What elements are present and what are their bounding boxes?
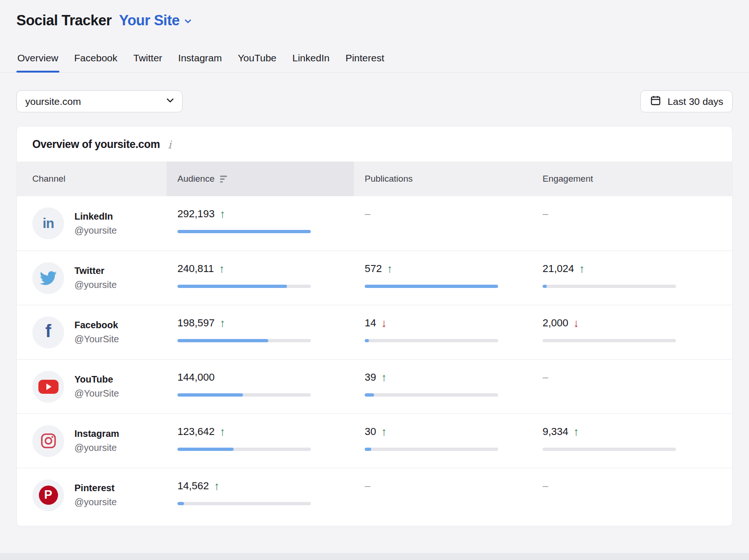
column-header-engagement[interactable]: Engagement — [532, 162, 732, 196]
channel-handle: @YourSite — [74, 388, 119, 399]
empty-value: – — [365, 208, 370, 220]
tab-pinterest[interactable]: Pinterest — [345, 52, 385, 72]
empty-value: – — [365, 480, 370, 492]
trend-down-icon: ↓ — [573, 317, 579, 329]
trend-up-icon: ↑ — [381, 372, 387, 383]
channel-cell: f Facebook @YourSite — [17, 305, 167, 359]
twitter-icon — [32, 262, 64, 294]
channel-handle: @yoursite — [74, 225, 117, 236]
engagement-cell: – — [532, 468, 732, 522]
page-header: Social Tracker Your Site — [0, 0, 749, 29]
info-icon[interactable]: i — [166, 139, 173, 151]
channel-cell: YouTube @YourSite — [17, 360, 167, 413]
column-header-channel[interactable]: Channel — [17, 162, 167, 196]
channel-handle: @yoursite — [74, 280, 117, 290]
metric-value: 9,334 — [543, 426, 568, 438]
card-title: Overview of yoursite.com — [32, 138, 160, 151]
table-row: Instagram @yoursite 123,642↑ 30↑ 9,334↑ — [17, 413, 732, 468]
table-row: P Pinterest @yoursite 14,562↑ – – — [17, 468, 732, 522]
metric-value: 240,811 — [177, 263, 214, 275]
metric-value: 39 — [365, 371, 376, 383]
table-row: Twitter @yoursite 240,811↑ 572↑ 21,024↑ — [17, 251, 732, 305]
column-header-publications[interactable]: Publications — [354, 162, 532, 196]
progress-bar — [177, 393, 311, 397]
channel-cell: in LinkedIn @yoursite — [17, 196, 167, 251]
pinterest-icon: P — [32, 479, 64, 511]
trend-up-icon: ↑ — [579, 263, 585, 274]
progress-bar — [543, 285, 676, 288]
channel-name: Twitter — [74, 265, 117, 276]
engagement-cell: 21,024↑ — [532, 251, 732, 305]
progress-bar — [177, 502, 311, 505]
overview-card: Overview of yoursite.com i Channel Audie… — [16, 126, 733, 526]
trend-up-icon: ↑ — [220, 208, 226, 220]
metric-value: 30 — [365, 426, 376, 438]
date-range-button[interactable]: Last 30 days — [640, 90, 733, 112]
metric-value: 572 — [365, 263, 382, 275]
table-header-row: Channel Audience Publications Engagement — [17, 162, 732, 196]
card-header: Overview of yoursite.com i — [17, 126, 732, 162]
publications-cell: – — [354, 196, 532, 251]
social-tracker-page: Social Tracker Your Site Overview Facebo… — [0, 0, 749, 560]
channel-name: YouTube — [74, 374, 119, 385]
channel-handle: @yoursite — [74, 442, 119, 453]
progress-bar — [177, 339, 311, 342]
progress-bar — [365, 448, 498, 451]
channel-cell: Instagram @yoursite — [17, 414, 167, 468]
progress-bar — [365, 393, 498, 397]
trend-up-icon: ↑ — [381, 426, 387, 437]
engagement-cell: 2,000↓ — [532, 305, 732, 359]
publications-cell: 572↑ — [354, 251, 532, 305]
empty-value: – — [543, 480, 548, 492]
trend-up-icon: ↑ — [219, 263, 225, 274]
chevron-down-icon — [184, 12, 192, 29]
tab-twitter[interactable]: Twitter — [132, 52, 163, 72]
audience-cell: 198,597↑ — [167, 305, 354, 359]
trend-down-icon: ↓ — [381, 317, 387, 329]
audience-cell: 240,811↑ — [167, 251, 354, 305]
publications-cell: 30↑ — [354, 414, 532, 468]
trend-up-icon: ↑ — [220, 426, 226, 437]
sort-descending-icon — [220, 176, 227, 183]
table-row: in LinkedIn @yoursite 292,193↑ – – — [17, 196, 732, 251]
metric-value: 14 — [365, 317, 376, 329]
engagement-cell: 9,334↑ — [532, 414, 732, 468]
page-title: Social Tracker — [16, 12, 111, 29]
progress-bar — [177, 230, 311, 233]
channel-cell: Twitter @yoursite — [17, 251, 167, 305]
site-selector[interactable]: Your Site — [119, 12, 191, 29]
engagement-cell: – — [532, 196, 732, 251]
trend-up-icon: ↑ — [387, 263, 393, 274]
empty-value: – — [543, 371, 548, 383]
channel-name: Facebook — [74, 320, 119, 331]
channel-name: Instagram — [74, 428, 119, 439]
instagram-icon — [32, 425, 64, 457]
tab-linkedin[interactable]: LinkedIn — [292, 52, 330, 72]
controls-row: yoursite.com Last 30 days — [0, 90, 749, 112]
channel-handle: @YourSite — [74, 334, 119, 345]
tab-facebook[interactable]: Facebook — [73, 52, 118, 72]
project-dropdown[interactable]: yoursite.com — [16, 90, 183, 112]
tab-instagram[interactable]: Instagram — [177, 52, 223, 72]
audience-cell: 14,562↑ — [167, 468, 354, 522]
tab-youtube[interactable]: YouTube — [237, 52, 278, 72]
table-row: YouTube @YourSite 144,000 39↑ – — [17, 359, 732, 413]
publications-cell: 14↓ — [354, 305, 532, 359]
channel-name: LinkedIn — [74, 211, 117, 222]
project-dropdown-value: yoursite.com — [25, 96, 81, 107]
progress-bar — [543, 339, 676, 342]
bottom-divider — [0, 553, 749, 560]
channel-handle: @yoursite — [74, 497, 117, 508]
audience-cell: 123,642↑ — [167, 414, 354, 468]
youtube-icon — [32, 371, 64, 403]
progress-bar — [365, 339, 498, 342]
chevron-down-icon — [166, 96, 175, 107]
channel-cell: P Pinterest @yoursite — [17, 468, 167, 522]
publications-cell: – — [354, 468, 532, 522]
progress-bar — [177, 285, 311, 288]
column-header-audience[interactable]: Audience — [167, 162, 354, 196]
tab-overview[interactable]: Overview — [16, 52, 59, 72]
engagement-cell: – — [532, 360, 732, 413]
trend-up-icon: ↑ — [214, 480, 220, 492]
site-selector-label: Your Site — [119, 12, 179, 29]
